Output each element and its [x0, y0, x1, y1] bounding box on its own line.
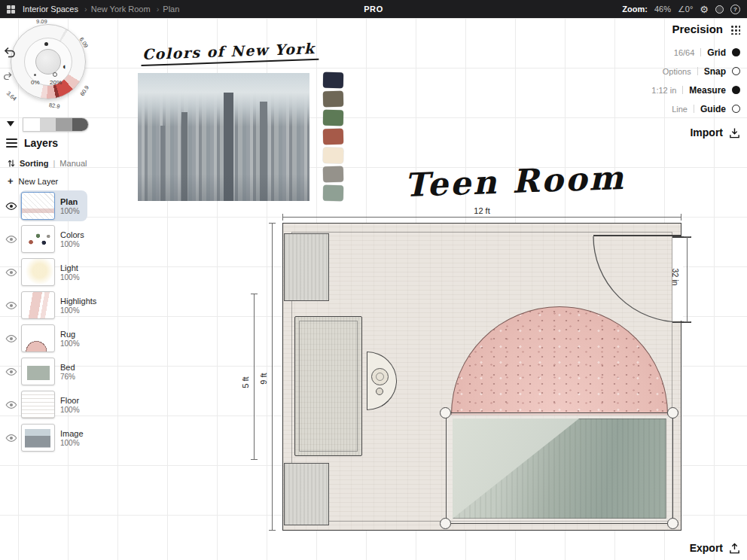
layer-row[interactable]: Floor 100%	[3, 389, 104, 420]
color-brush-wheel[interactable]: 0% 20% ◐ 9.096.0960.982.93.64	[6, 21, 90, 111]
dimension-line-door	[687, 236, 688, 321]
layer-opacity[interactable]: 100%	[60, 406, 80, 414]
layer-row[interactable]: Plan 100%	[3, 190, 104, 221]
settings-gear-icon[interactable]: ⚙	[700, 5, 709, 14]
sorting-mode[interactable]: Manual	[59, 159, 87, 168]
layer-row[interactable]: Colors 100%	[3, 224, 104, 254]
layer-card[interactable]: Floor 100%	[20, 389, 87, 420]
precision-row[interactable]: 1:12 in Measure	[651, 81, 740, 99]
breadcrumb-item[interactable]: Interior Spaces	[23, 5, 78, 14]
precision-toggle[interactable]	[732, 105, 740, 113]
redo-button[interactable]	[3, 72, 13, 82]
shade-swatch[interactable]	[56, 118, 72, 131]
layer-visibility-toggle[interactable]	[3, 334, 20, 343]
precision-value[interactable]: 16/64	[674, 48, 695, 57]
palette-swatch	[323, 148, 343, 163]
layer-card[interactable]: Light 100%	[20, 257, 87, 288]
recent-shades-bar[interactable]	[23, 117, 89, 132]
precision-row[interactable]: 16/64 Grid	[651, 43, 740, 62]
layer-thumbnail[interactable]	[21, 258, 55, 286]
precision-value[interactable]: Line	[672, 105, 688, 114]
import-label: Import	[690, 126, 723, 138]
layer-thumbnail[interactable]	[21, 424, 55, 452]
precision-label: Grid	[707, 47, 726, 58]
layer-row[interactable]: Image 100%	[3, 422, 104, 453]
layer-visibility-toggle[interactable]	[3, 400, 20, 409]
layer-row[interactable]: Highlights 100%	[3, 290, 104, 321]
layer-opacity[interactable]: 100%	[60, 207, 80, 215]
wheel-tick-label: 9.09	[36, 18, 47, 25]
precision-value[interactable]: Options	[663, 67, 691, 76]
layer-card[interactable]: Image 100%	[20, 422, 91, 453]
layer-thumbnail[interactable]	[21, 291, 55, 319]
layer-opacity[interactable]: 76%	[60, 373, 75, 381]
layer-visibility-toggle[interactable]	[3, 235, 20, 244]
layer-opacity[interactable]: 100%	[60, 240, 84, 248]
photo-tower	[224, 93, 233, 201]
layer-opacity[interactable]: 100%	[60, 439, 84, 447]
opacity-value: 0%	[31, 79, 40, 86]
sort-arrows-icon	[8, 159, 15, 168]
breadcrumb-item[interactable]: New York Room	[91, 5, 151, 14]
dimension-tick	[251, 459, 258, 460]
layer-thumbnail[interactable]	[21, 324, 55, 352]
shade-swatch[interactable]	[72, 118, 89, 131]
dimension-label-door: 32 in	[671, 269, 680, 286]
sorting-control[interactable]: Sorting | Manual	[8, 159, 87, 168]
undo-button[interactable]	[3, 47, 16, 61]
precision-toggle[interactable]	[732, 86, 740, 94]
precision-row[interactable]: Line Guide	[651, 99, 740, 118]
breadcrumb-item[interactable]: Plan	[163, 5, 179, 14]
dimension-label-width: 12 ft	[282, 206, 681, 215]
eye-icon	[5, 334, 17, 343]
palette-swatch	[323, 166, 343, 183]
eye-icon	[5, 268, 17, 277]
dimension-tick	[251, 294, 258, 294]
help-icon[interactable]: ?	[730, 5, 740, 14]
layer-card[interactable]: Rug 100%	[20, 323, 87, 354]
eye-icon	[5, 202, 17, 211]
layer-card[interactable]: Plan 100%	[20, 190, 87, 221]
layer-thumbnail[interactable]	[21, 225, 55, 253]
palette-swatch	[323, 129, 343, 145]
angle-value[interactable]: ∠0°	[678, 5, 693, 14]
photo-tower	[260, 102, 267, 201]
layer-visibility-toggle[interactable]	[3, 301, 20, 310]
zoom-value[interactable]: 46%	[654, 5, 671, 14]
layer-row[interactable]: Rug 100%	[3, 323, 104, 354]
new-layer-button[interactable]: + New Layer	[8, 176, 58, 186]
grid-dots-icon[interactable]	[730, 24, 740, 35]
wheel-tick-label: 82.9	[48, 102, 60, 110]
layer-row[interactable]: Light 100%	[3, 257, 104, 288]
layer-card[interactable]: Colors 100%	[20, 224, 92, 254]
layer-thumbnail[interactable]	[21, 358, 55, 385]
layers-menu-icon[interactable]	[6, 138, 17, 148]
apps-menu-icon[interactable]	[7, 5, 15, 14]
layer-card[interactable]: Bed 76%	[20, 356, 83, 387]
layer-row[interactable]: Bed 76%	[3, 356, 104, 387]
theme-toggle-icon[interactable]	[715, 5, 724, 14]
wheel-center-knob[interactable]	[35, 49, 61, 75]
layer-thumbnail[interactable]	[21, 391, 55, 418]
shade-dropdown-arrow[interactable]	[7, 121, 14, 126]
layer-visibility-toggle[interactable]	[3, 367, 20, 376]
precision-toggle[interactable]	[732, 67, 740, 75]
layer-card[interactable]: Highlights 100%	[20, 290, 104, 321]
layer-visibility-toggle[interactable]	[3, 434, 20, 443]
divider	[682, 86, 683, 94]
layer-thumbnail[interactable]	[21, 192, 55, 220]
export-button[interactable]: Export	[690, 542, 740, 554]
sorting-divider: |	[53, 159, 56, 168]
layers-panel-header[interactable]: Layers	[6, 137, 58, 149]
precision-row[interactable]: Options Snap	[651, 62, 740, 81]
import-button[interactable]: Import	[651, 126, 740, 138]
shade-swatch[interactable]	[40, 118, 56, 131]
layer-opacity[interactable]: 100%	[60, 306, 96, 315]
layer-visibility-toggle[interactable]	[3, 202, 20, 211]
layer-visibility-toggle[interactable]	[3, 268, 20, 277]
precision-value[interactable]: 1:12 in	[651, 86, 676, 95]
shade-swatch[interactable]	[23, 118, 40, 131]
layer-opacity[interactable]: 100%	[60, 273, 80, 282]
layer-opacity[interactable]: 100%	[60, 339, 80, 348]
precision-toggle[interactable]	[732, 48, 740, 56]
